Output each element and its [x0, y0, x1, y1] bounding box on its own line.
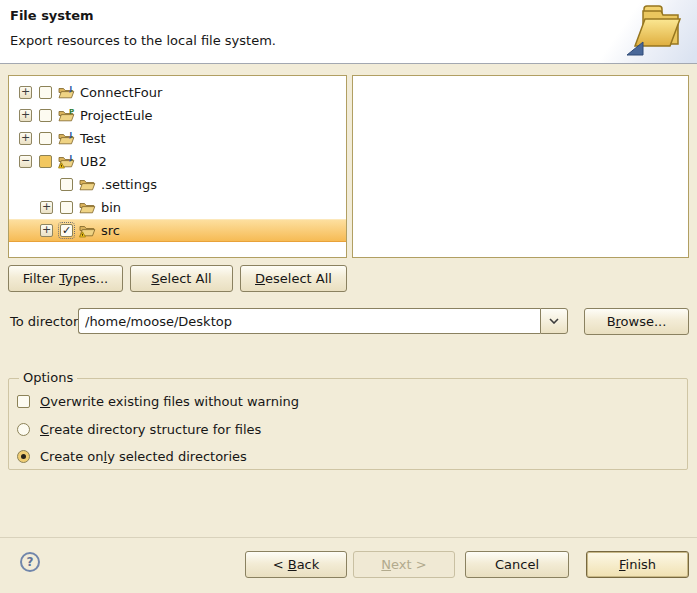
tree-checkbox-partial[interactable]: [39, 155, 52, 168]
expander-spacer: [40, 178, 53, 191]
svg-text:J: J: [69, 154, 73, 162]
mnemonic: D: [255, 271, 265, 286]
select-all-button[interactable]: Select All: [130, 265, 233, 292]
tree-row-src-selected[interactable]: + ✓ src: [9, 219, 346, 242]
options-group-title: Options: [19, 370, 77, 385]
collapse-minus-icon[interactable]: −: [19, 155, 32, 168]
expand-plus-icon[interactable]: +: [19, 86, 32, 99]
tree-item-label: ProjectEule: [80, 108, 153, 123]
mnemonic: S: [151, 271, 159, 286]
expand-plus-icon[interactable]: +: [40, 224, 53, 237]
button-bar: ? < Back Next > Cancel Finish: [0, 537, 697, 593]
tree-row-ub2[interactable]: − J UB2: [9, 150, 346, 173]
back-button[interactable]: < Back: [245, 551, 347, 578]
deselect-all-button[interactable]: Deselect All: [240, 265, 347, 292]
tree-item-label: ConnectFour: [80, 85, 162, 100]
export-folder-icon: [587, 0, 697, 63]
tree-item-label: bin: [101, 200, 121, 215]
svg-text:J: J: [69, 85, 73, 93]
expand-plus-icon[interactable]: +: [19, 109, 32, 122]
options-group: Options Overwrite existing files without…: [8, 378, 688, 470]
label-part: y selected directories: [107, 449, 247, 464]
file-list-panel[interactable]: [352, 75, 689, 258]
tree-row-test[interactable]: + J Test: [9, 127, 346, 150]
tree-row-connectfour[interactable]: + J ConnectFour: [9, 81, 346, 104]
overwrite-option-row[interactable]: Overwrite existing files without warning: [17, 392, 299, 410]
tree-checkbox[interactable]: [39, 109, 52, 122]
page-title: File system: [10, 8, 94, 23]
label-part: elect All: [160, 271, 212, 286]
java-project-folder-icon: J: [58, 131, 75, 146]
option-label: Overwrite existing files without warning: [40, 394, 299, 409]
svg-text:P: P: [69, 108, 74, 116]
finish-button[interactable]: Finish: [586, 551, 689, 578]
label-part: ext >: [391, 557, 427, 572]
label-part: verwrite existing files without warning: [50, 394, 299, 409]
label-part: <: [273, 557, 288, 572]
label-part: ypes...: [65, 271, 108, 286]
filter-types-button[interactable]: Filter Types...: [8, 265, 123, 292]
project-folder-icon: P: [58, 108, 75, 123]
directory-structure-radio[interactable]: [17, 423, 30, 436]
directory-input[interactable]: [78, 308, 540, 334]
next-button: Next >: [353, 551, 455, 578]
folder-icon: [79, 200, 96, 215]
directory-combo: [78, 308, 568, 334]
label-part: inish: [626, 557, 656, 572]
selected-directories-radio[interactable]: [17, 450, 30, 463]
label-part: Cancel: [495, 557, 539, 572]
mnemonic: N: [381, 557, 391, 572]
help-button[interactable]: ?: [20, 552, 40, 572]
mnemonic: C: [40, 422, 49, 437]
folder-warning-icon: [79, 223, 96, 238]
wizard-banner: File system Export resources to the loca…: [0, 0, 697, 64]
tree-checkbox[interactable]: [60, 178, 73, 191]
java-project-warning-folder-icon: J: [58, 154, 75, 169]
option-label: Create directory structure for files: [40, 422, 261, 437]
folder-icon: [79, 177, 96, 192]
selected-directories-option-row[interactable]: Create only selected directories: [17, 447, 247, 465]
export-wizard-dialog: File system Export resources to the loca…: [0, 0, 697, 593]
tree-item-label: UB2: [80, 154, 107, 169]
tree-checkbox[interactable]: [39, 86, 52, 99]
question-mark-icon: ?: [27, 555, 34, 569]
page-description: Export resources to the local file syste…: [10, 33, 276, 48]
expand-plus-icon[interactable]: +: [19, 132, 32, 145]
combo-dropdown-button[interactable]: [540, 308, 568, 334]
label-part: owse...: [621, 314, 667, 329]
mnemonic: B: [288, 557, 297, 572]
tree-item-label: src: [101, 223, 120, 238]
tree-row-settings[interactable]: .settings: [9, 173, 346, 196]
tree-item-label: .settings: [101, 177, 157, 192]
tree-item-label: Test: [80, 131, 106, 146]
java-project-folder-icon: J: [58, 85, 75, 100]
tree-checkbox[interactable]: [60, 201, 73, 214]
tree-row-bin[interactable]: + bin: [9, 196, 346, 219]
chevron-down-icon: [549, 318, 559, 324]
tree-checkbox[interactable]: [39, 132, 52, 145]
label-part: Create on: [40, 449, 104, 464]
tree-row-projecteule[interactable]: + P ProjectEule: [9, 104, 346, 127]
label-part: eselect All: [265, 271, 332, 286]
label-part: reate directory structure for files: [49, 422, 261, 437]
mnemonic: O: [40, 394, 50, 409]
option-label: Create only selected directories: [40, 449, 247, 464]
svg-text:J: J: [69, 131, 73, 139]
directory-structure-option-row[interactable]: Create directory structure for files: [17, 420, 261, 438]
tree-checkbox-checked[interactable]: ✓: [60, 224, 73, 237]
label-part: B: [607, 314, 616, 329]
label-part: ack: [297, 557, 320, 572]
resource-tree[interactable]: + J ConnectFour + P ProjectEu: [8, 75, 347, 258]
label-part: Filter: [23, 271, 59, 286]
overwrite-checkbox[interactable]: [17, 395, 30, 408]
browse-button[interactable]: Browse...: [584, 308, 689, 335]
expand-plus-icon[interactable]: +: [40, 201, 53, 214]
cancel-button[interactable]: Cancel: [465, 551, 569, 578]
